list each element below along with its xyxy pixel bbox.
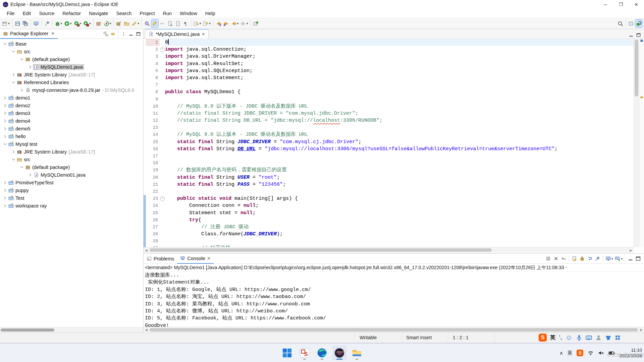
clear-console-button[interactable] [571,255,578,263]
scroll-right-arrow[interactable]: ▶ [639,328,644,331]
code-line-4[interactable]: 4import java.sql.ResultSet; [144,60,634,67]
skin-icon[interactable] [605,335,611,341]
show-selected-element-button[interactable] [174,19,181,27]
volume-muted-icon[interactable] [598,350,604,356]
code-line-23[interactable]: 23− public static void main(String[] arg… [144,195,634,202]
dropdown-arrow-icon[interactable]: ▾ [247,22,248,25]
scrollbar-thumb[interactable] [1,328,54,331]
pin-editor-button[interactable] [253,19,260,27]
scrollbar-thumb[interactable] [150,328,638,331]
debug-button[interactable]: ▾ [54,19,63,27]
coverage-button[interactable]: ▾ [73,19,82,27]
mark-occurrences-button[interactable] [151,19,158,27]
dropdown-arrow-icon[interactable]: ▾ [209,22,211,25]
word-wrap-button[interactable] [586,255,593,263]
maximize-view-button[interactable] [635,255,642,263]
dropdown-arrow-icon[interactable]: ▾ [621,257,623,260]
code-line-29[interactable]: 29 [144,238,634,245]
console-hscrollbar[interactable]: ◀ ▶ [144,327,644,333]
scroll-lock-button[interactable] [579,255,586,263]
open-console-button[interactable]: ▾ [614,255,623,263]
pin-console-button[interactable] [594,255,601,263]
tree-item[interactable]: Jdemo5 [0,125,143,132]
dropdown-arrow-icon[interactable]: ▾ [110,22,111,25]
profile-button[interactable]: ▾ [83,19,92,27]
dropdown-arrow-icon[interactable]: ▾ [611,257,613,260]
menu-refactor[interactable]: Refactor [58,10,85,17]
tree-item[interactable]: JRE System Library [JavaSE-17] [0,71,143,78]
wifi-icon[interactable] [588,350,594,356]
menu-edit[interactable]: Edit [18,10,35,17]
scrollbar-thumb[interactable] [635,40,638,97]
code-line-22[interactable]: 22 [144,188,634,195]
tab-mysqldemo1-java[interactable]: J *MySQLDemo1.java ✕ [145,29,209,39]
zoom-annotations-button[interactable] [144,19,151,27]
menu-file[interactable]: File [3,10,18,17]
chevron-right-icon[interactable] [27,65,33,69]
tree-item[interactable]: Jworkspace ray [0,202,143,209]
code-line-20[interactable]: 20 static final String USER = "root"; [144,174,634,181]
hidden-icons-chevron[interactable]: ∧ [559,350,563,356]
maximize-view-button[interactable] [635,31,642,39]
code-line-17[interactable]: 17 [144,153,634,160]
chevron-right-icon[interactable] [2,180,8,185]
open-resource-button[interactable] [123,19,130,27]
toolbox-icon[interactable] [615,335,621,341]
minimize-view-button[interactable] [127,30,135,38]
console-output[interactable]: 连接数据库... 实例化Statement对象...ID: 1, 站点名称: G… [144,272,644,329]
menu-window[interactable]: Window [176,10,201,17]
taskbar-explorer-button[interactable] [350,346,364,360]
tree-item[interactable]: 010mysql-connector-java-8.0.29.jar - D:\… [0,86,143,94]
overview-marker[interactable] [640,40,643,42]
scrollbar-thumb[interactable] [150,248,492,252]
tree-item[interactable]: Referenced Libraries [0,78,143,86]
back-history-button[interactable]: ▾ [230,19,239,27]
editor-vscrollbar[interactable] [634,39,639,247]
maximize-button[interactable]: ❐ [613,0,629,9]
chevron-right-icon[interactable] [2,126,8,131]
java-search-button[interactable]: ▾ [131,19,140,27]
new-java-project-button[interactable] [95,19,102,27]
close-button[interactable]: ✕ [629,0,644,9]
tree-item[interactable]: JBase [0,40,143,48]
chevron-right-icon[interactable] [27,173,33,177]
java-perspective-button[interactable] [635,19,642,27]
tree-item[interactable]: JRE System Library [JavaSE-17] [0,148,143,156]
chevron-right-icon[interactable] [2,119,8,123]
microphone-icon[interactable] [576,335,582,341]
chevron-down-icon[interactable] [2,42,8,46]
language-toggle-icon[interactable]: 英 [550,334,555,341]
close-tab-icon[interactable]: ✕ [202,32,205,37]
code-line-6[interactable]: 6import java.sql.Statement; [144,74,634,81]
new-java-package-button[interactable] [115,19,122,27]
overview-marker[interactable] [640,97,643,98]
maximize-view-button[interactable] [135,30,142,38]
chevron-right-icon[interactable] [10,72,16,77]
link-with-editor-button[interactable] [109,30,117,38]
code-line-15[interactable]: 15 static final String JDBC_DRIVER = "co… [144,138,634,145]
menu-search[interactable]: Search [112,10,136,17]
chevron-down-icon[interactable] [10,157,16,162]
tree-item[interactable]: JMySQLDemo1.java [0,63,143,71]
tree-item[interactable]: Jdemo3 [0,109,143,117]
code-line-14[interactable]: 14 // MySQL 8.0 以上版本 - JDBC 驱动名及数据库 URL [144,131,634,138]
previous-annotation-button[interactable]: ▾ [202,19,211,27]
scroll-left-arrow[interactable]: ◀ [144,249,149,252]
new-wizard-button[interactable]: ▾ [1,19,10,27]
tree-item[interactable]: Jpuppy [0,186,143,194]
taskbar-eclipse-button[interactable]: Java EEIDE [332,346,347,360]
dropdown-arrow-icon[interactable]: ▾ [89,22,91,25]
code-line-16[interactable]: 16 static final String DB_URL = "jdbc:my… [144,145,634,153]
open-console-view-button[interactable] [33,19,40,27]
open-perspective-button[interactable] [628,19,635,27]
next-edit-location-button[interactable] [223,19,230,27]
remove-launch-button[interactable] [552,255,559,263]
dropdown-arrow-icon[interactable]: ▾ [200,22,201,25]
sogou-tray-icon[interactable]: S [577,350,583,356]
code-line-5[interactable]: 5import java.sql.SQLException; [144,67,634,74]
user-icon[interactable] [595,335,602,341]
view-menu-button[interactable] [120,30,127,38]
close-view-icon[interactable]: ✕ [51,31,54,36]
next-annotation-button[interactable]: ▾ [193,19,202,27]
chevron-down-icon[interactable] [2,142,8,146]
